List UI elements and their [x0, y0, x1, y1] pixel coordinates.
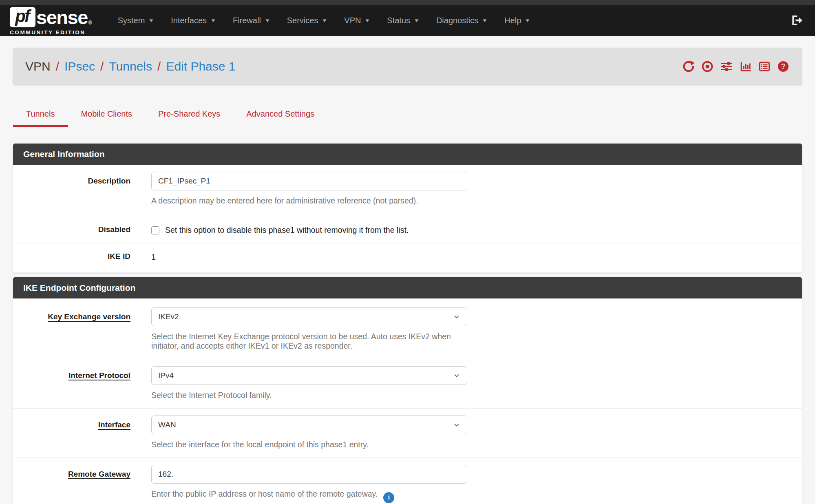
internet-protocol-select[interactable]: IPv4 — [151, 366, 467, 385]
breadcrumb-ipsec[interactable]: IPsec — [64, 60, 95, 73]
sliders-icon — [720, 60, 733, 73]
form-row-interface: Interface WAN Select the interface for t… — [13, 409, 802, 458]
sign-out-button[interactable] — [790, 14, 804, 27]
registered-mark: ® — [88, 20, 92, 27]
breadcrumb-trail: VPN / IPsec / Tunnels / Edit Phase 1 — [25, 60, 236, 73]
sign-out-icon — [790, 14, 804, 27]
breadcrumb-separator: / — [56, 60, 59, 73]
breadcrumb-actions: ? — [682, 60, 790, 73]
help-button[interactable]: ? — [777, 60, 790, 73]
interface-label: Interface — [13, 416, 130, 449]
related-settings-button[interactable] — [720, 60, 733, 73]
breadcrumb-edit-phase-1[interactable]: Edit Phase 1 — [166, 60, 235, 73]
menu-status[interactable]: Status▼ — [378, 16, 428, 25]
tab-mobile-clients[interactable]: Mobile Clients — [68, 104, 145, 127]
refresh-button[interactable] — [682, 60, 695, 73]
remote-gateway-help: Enter the public IP address or host name… — [151, 489, 467, 503]
form-row-description: Description A description may be entered… — [13, 165, 802, 214]
stop-circle-icon — [701, 60, 714, 73]
menu-label: Firewall — [233, 16, 261, 25]
disabled-label: Disabled — [13, 221, 130, 235]
chevron-down-icon: ▼ — [482, 18, 488, 23]
tab-pre-shared-keys[interactable]: Pre-Shared Keys — [145, 104, 233, 127]
selected-value: WAN — [158, 420, 176, 429]
breadcrumb-vpn: VPN — [25, 60, 51, 73]
key-exchange-version-label: Key Exchange version — [13, 307, 130, 351]
menu-label: Status — [387, 16, 410, 25]
chevron-down-icon: ▼ — [210, 18, 216, 23]
disabled-checkbox-text: Set this option to disable this phase1 w… — [165, 225, 409, 235]
status-graphs-button[interactable] — [739, 60, 752, 73]
menu-services[interactable]: Services▼ — [278, 16, 336, 25]
internet-protocol-help: Select the Internet Protocol family. — [151, 391, 467, 400]
selected-value: IPv4 — [158, 371, 174, 380]
svg-text:?: ? — [781, 62, 785, 71]
bar-chart-icon — [739, 60, 752, 73]
description-input[interactable] — [151, 172, 467, 190]
log-button[interactable] — [758, 60, 771, 73]
remote-gateway-label: Remote Gateway — [13, 465, 130, 503]
ike-id-label: IKE ID — [13, 252, 130, 262]
pfsense-page: pf sense ® COMMUNITY EDITION System▼ Int… — [0, 0, 815, 504]
chevron-down-icon: ▼ — [525, 18, 531, 23]
panel-ike-endpoint-configuration: IKE Endpoint Configuration Key Exchange … — [13, 277, 802, 504]
menu-label: Services — [287, 16, 318, 25]
panel-general-information: General Information Description A descri… — [13, 144, 802, 273]
list-icon — [758, 60, 771, 73]
top-navbar: pf sense ® COMMUNITY EDITION System▼ Int… — [0, 0, 815, 36]
chevron-down-icon: ▼ — [148, 18, 155, 23]
key-exchange-version-help: Select the Internet Key Exchange protoco… — [151, 332, 467, 351]
breadcrumb-tunnels[interactable]: Tunnels — [109, 60, 152, 73]
brand-subtitle: COMMUNITY EDITION — [10, 29, 92, 35]
brand-name: sense — [36, 8, 88, 27]
menu-label: System — [118, 16, 145, 25]
pf-logo-mark-icon: pf — [10, 7, 35, 27]
tab-advanced-settings[interactable]: Advanced Settings — [233, 104, 327, 127]
section-title-general-information: General Information — [13, 144, 802, 165]
description-help: A description may be entered here for ad… — [151, 196, 467, 206]
info-circle-icon[interactable]: i — [383, 492, 394, 503]
menu-label: VPN — [344, 16, 361, 25]
menu-system[interactable]: System▼ — [109, 16, 163, 25]
top-strip — [0, 0, 815, 5]
disabled-option: Set this option to disable this phase1 w… — [151, 221, 467, 235]
tab-bar: Tunnels Mobile Clients Pre-Shared Keys A… — [13, 104, 802, 127]
menu-label: Diagnostics — [436, 16, 478, 25]
chevron-down-icon — [452, 312, 461, 321]
menu-diagnostics[interactable]: Diagnostics▼ — [428, 16, 496, 25]
chevron-down-icon: ▼ — [414, 18, 420, 23]
menu-label: Interfaces — [171, 16, 207, 25]
form-row-internet-protocol: Internet Protocol IPv4 Select the Intern… — [13, 359, 802, 409]
remote-gateway-help-text: Enter the public IP address or host name… — [151, 489, 378, 498]
breadcrumb-separator: / — [157, 60, 161, 73]
menu-interfaces[interactable]: Interfaces▼ — [162, 16, 224, 25]
help-circle-icon: ? — [777, 60, 790, 73]
ike-id-value: 1 — [151, 252, 467, 262]
pfsense-logo[interactable]: pf sense ® COMMUNITY EDITION — [10, 7, 92, 35]
stop-button[interactable] — [701, 60, 714, 73]
interface-help: Select the interface for the local endpo… — [151, 440, 467, 449]
menu-help[interactable]: Help▼ — [496, 16, 539, 25]
description-label: Description — [13, 172, 130, 206]
remote-gateway-input[interactable] — [151, 465, 467, 484]
navbar: pf sense ® COMMUNITY EDITION System▼ Int… — [0, 5, 815, 36]
breadcrumb: VPN / IPsec / Tunnels / Edit Phase 1 — [13, 48, 802, 85]
page-content: VPN / IPsec / Tunnels / Edit Phase 1 — [0, 48, 815, 504]
chevron-down-icon: ▼ — [264, 18, 270, 23]
form-row-disabled: Disabled Set this option to disable this… — [13, 214, 802, 243]
main-menu: System▼ Interfaces▼ Firewall▼ Services▼ … — [109, 16, 539, 25]
section-title-ike-endpoint-configuration: IKE Endpoint Configuration — [13, 277, 802, 298]
tab-tunnels[interactable]: Tunnels — [13, 104, 68, 127]
chevron-down-icon — [452, 371, 461, 380]
chevron-down-icon: ▼ — [364, 18, 371, 23]
menu-vpn[interactable]: VPN▼ — [336, 16, 378, 25]
breadcrumb-separator: / — [100, 60, 104, 73]
form-row-key-exchange-version: Key Exchange version IKEv2 Select the In… — [13, 298, 802, 359]
disabled-checkbox[interactable] — [151, 226, 159, 234]
menu-firewall[interactable]: Firewall▼ — [224, 16, 278, 25]
interface-select[interactable]: WAN — [151, 416, 467, 434]
key-exchange-version-select[interactable]: IKEv2 — [151, 307, 467, 326]
chevron-down-icon — [452, 420, 461, 429]
selected-value: IKEv2 — [158, 312, 179, 321]
menu-label: Help — [504, 16, 521, 25]
